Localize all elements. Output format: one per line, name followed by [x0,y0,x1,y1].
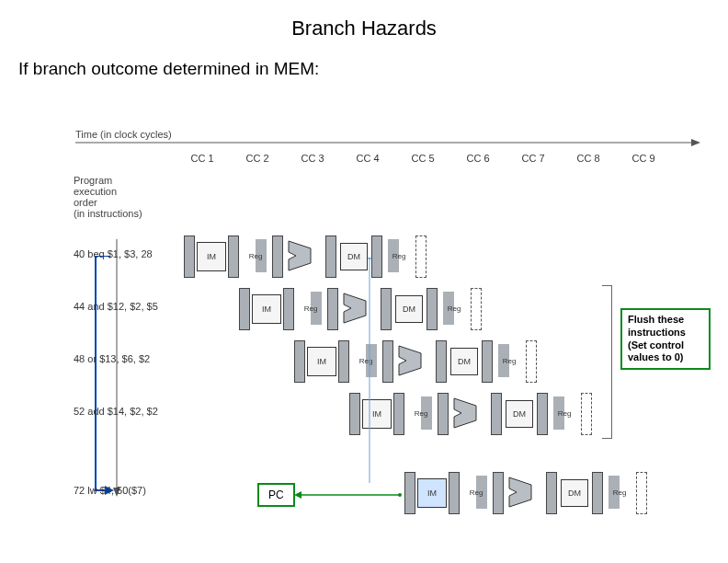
im-stage: IM [197,242,226,271]
instruction-label: 44 and $12, $2, $5 [74,301,188,312]
svg-marker-1 [691,139,700,146]
cc-header: CC 1 [175,153,230,164]
reg-stage: Reg [609,476,631,509]
pc-label-box: PC [257,483,295,507]
svg-point-7 [398,493,402,497]
branch-target-arrow [85,256,121,500]
pc-arrow [294,489,404,500]
alu-icon [452,396,487,430]
cc-header: CC 9 [616,153,671,164]
svg-marker-6 [294,491,301,499]
im-stage: IM [252,294,281,324]
instruction-label: 40 beq $1, $3, 28 [74,248,188,259]
instruction-label: 72 lw $4, 50($7) [74,485,188,496]
alu-icon [507,476,542,509]
dm-stage: DM [506,400,533,428]
branch-resolve-line [366,258,373,488]
dm-stage: DM [340,243,368,270]
cc-header: CC 7 [506,153,561,164]
dm-stage: DM [450,348,478,375]
alu-icon [287,239,322,272]
cc-header: CC 3 [285,153,340,164]
instruction-label: 48 or $13, $6, $2 [74,353,188,364]
cc-header: CC 4 [340,153,395,164]
pipeline-diagram: Time (in clock cycles) CC 1 CC 2 CC 3 CC… [74,129,717,534]
reg-stage: Reg [410,396,432,430]
reg-stage: Reg [443,292,465,325]
cc-header: CC 8 [561,153,616,164]
flush-brace [602,285,612,439]
page-title: Branch Hazards [0,0,728,40]
svg-point-9 [368,258,371,259]
reg-stage: Reg [465,476,487,509]
cc-header: CC 6 [450,153,506,164]
reg-stage: Reg [300,292,322,325]
reg-stage: Reg [245,239,267,272]
instruction-label: 52 add $14, $2, $2 [74,406,188,417]
time-axis-arrow [75,136,700,149]
reg-stage: Reg [553,396,575,430]
dm-stage: DM [561,479,588,507]
program-order-label: Program execution order (in instructions… [74,175,142,219]
cc-header: CC 5 [395,153,450,164]
im-stage: IM [417,478,447,508]
page-subtitle: If branch outcome determined in MEM: [0,40,728,79]
reg-stage: Reg [498,344,520,377]
dm-stage: DM [395,295,423,323]
im-stage: IM [307,347,336,376]
cc-header: CC 2 [230,153,285,164]
reg-stage: Reg [388,239,410,272]
flush-note: Flush these instructions (Set control va… [620,308,711,370]
alu-icon [397,344,432,377]
